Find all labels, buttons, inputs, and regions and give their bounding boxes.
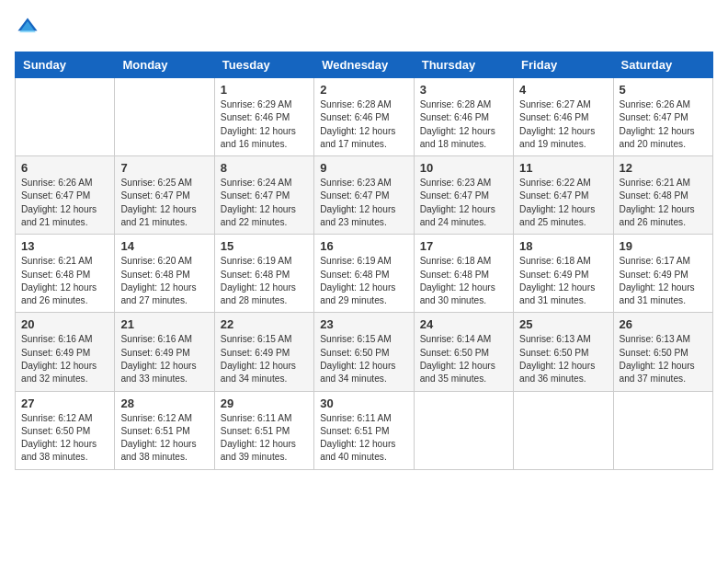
day-number: 18 (519, 239, 607, 253)
calendar-cell: 1Sunrise: 6:29 AM Sunset: 6:46 PM Daylig… (214, 78, 313, 156)
day-info: Sunrise: 6:16 AM Sunset: 6:49 PM Dayligh… (120, 333, 208, 385)
day-number: 16 (320, 239, 407, 253)
day-number: 8 (221, 161, 308, 175)
day-number: 9 (320, 161, 407, 175)
calendar-cell: 25Sunrise: 6:13 AM Sunset: 6:50 PM Dayli… (514, 313, 613, 391)
day-number: 4 (519, 83, 607, 97)
day-info: Sunrise: 6:15 AM Sunset: 6:50 PM Dayligh… (320, 333, 407, 385)
day-info: Sunrise: 6:29 AM Sunset: 6:46 PM Dayligh… (221, 98, 308, 151)
day-header-thursday: Thursday (414, 52, 513, 78)
day-info: Sunrise: 6:19 AM Sunset: 6:48 PM Dayligh… (221, 255, 308, 307)
day-info: Sunrise: 6:26 AM Sunset: 6:47 PM Dayligh… (620, 98, 707, 151)
day-number: 15 (221, 239, 308, 253)
day-number: 22 (221, 317, 308, 331)
day-info: Sunrise: 6:24 AM Sunset: 6:47 PM Dayligh… (221, 177, 308, 229)
day-info: Sunrise: 6:13 AM Sunset: 6:50 PM Dayligh… (620, 333, 707, 385)
day-info: Sunrise: 6:21 AM Sunset: 6:48 PM Dayligh… (21, 255, 108, 307)
calendar-cell: 28Sunrise: 6:12 AM Sunset: 6:51 PM Dayli… (115, 391, 214, 469)
day-number: 26 (620, 317, 707, 331)
calendar-cell: 14Sunrise: 6:20 AM Sunset: 6:48 PM Dayli… (115, 235, 214, 313)
day-header-friday: Friday (514, 52, 613, 78)
calendar-cell: 3Sunrise: 6:28 AM Sunset: 6:46 PM Daylig… (414, 78, 513, 156)
calendar-week-1: 1Sunrise: 6:29 AM Sunset: 6:46 PM Daylig… (16, 78, 713, 156)
day-info: Sunrise: 6:11 AM Sunset: 6:51 PM Dayligh… (221, 412, 308, 465)
logo-icon (15, 15, 40, 40)
day-number: 24 (420, 317, 507, 331)
day-info: Sunrise: 6:22 AM Sunset: 6:47 PM Dayligh… (519, 177, 607, 229)
calendar-cell: 5Sunrise: 6:26 AM Sunset: 6:47 PM Daylig… (613, 78, 712, 156)
day-info: Sunrise: 6:23 AM Sunset: 6:47 PM Dayligh… (420, 177, 507, 229)
day-info: Sunrise: 6:26 AM Sunset: 6:47 PM Dayligh… (21, 177, 108, 229)
calendar-cell: 8Sunrise: 6:24 AM Sunset: 6:47 PM Daylig… (214, 156, 313, 235)
day-info: Sunrise: 6:14 AM Sunset: 6:50 PM Dayligh… (420, 333, 507, 385)
day-number: 17 (420, 239, 507, 253)
day-number: 27 (21, 396, 108, 410)
calendar-cell: 21Sunrise: 6:16 AM Sunset: 6:49 PM Dayli… (115, 313, 214, 391)
day-info: Sunrise: 6:28 AM Sunset: 6:46 PM Dayligh… (420, 98, 507, 151)
day-number: 25 (519, 317, 607, 331)
calendar-cell: 18Sunrise: 6:18 AM Sunset: 6:49 PM Dayli… (514, 235, 613, 313)
day-info: Sunrise: 6:20 AM Sunset: 6:48 PM Dayligh… (120, 255, 208, 307)
day-number: 23 (320, 317, 407, 331)
calendar-cell: 10Sunrise: 6:23 AM Sunset: 6:47 PM Dayli… (414, 156, 513, 235)
day-info: Sunrise: 6:19 AM Sunset: 6:48 PM Dayligh… (320, 255, 407, 307)
day-info: Sunrise: 6:18 AM Sunset: 6:48 PM Dayligh… (420, 255, 507, 307)
calendar-cell (115, 78, 214, 156)
day-number: 19 (620, 239, 707, 253)
calendar-cell (514, 391, 613, 469)
day-number: 6 (21, 161, 108, 175)
calendar-table: SundayMondayTuesdayWednesdayThursdayFrid… (15, 52, 713, 470)
calendar-cell: 11Sunrise: 6:22 AM Sunset: 6:47 PM Dayli… (514, 156, 613, 235)
day-info: Sunrise: 6:17 AM Sunset: 6:49 PM Dayligh… (620, 255, 707, 307)
calendar-cell: 29Sunrise: 6:11 AM Sunset: 6:51 PM Dayli… (214, 391, 313, 469)
day-info: Sunrise: 6:18 AM Sunset: 6:49 PM Dayligh… (519, 255, 607, 307)
calendar-header-row: SundayMondayTuesdayWednesdayThursdayFrid… (16, 52, 713, 78)
day-info: Sunrise: 6:12 AM Sunset: 6:50 PM Dayligh… (21, 412, 108, 465)
calendar-week-4: 20Sunrise: 6:16 AM Sunset: 6:49 PM Dayli… (16, 313, 713, 391)
calendar-cell: 12Sunrise: 6:21 AM Sunset: 6:48 PM Dayli… (613, 156, 712, 235)
day-header-sunday: Sunday (16, 52, 115, 78)
day-number: 29 (221, 396, 308, 410)
day-info: Sunrise: 6:11 AM Sunset: 6:51 PM Dayligh… (320, 412, 407, 465)
logo (15, 15, 44, 40)
calendar-cell: 24Sunrise: 6:14 AM Sunset: 6:50 PM Dayli… (414, 313, 513, 391)
day-number: 20 (21, 317, 108, 331)
calendar-cell (414, 391, 513, 469)
calendar-cell: 23Sunrise: 6:15 AM Sunset: 6:50 PM Dayli… (314, 313, 414, 391)
day-number: 14 (120, 239, 208, 253)
calendar-cell: 9Sunrise: 6:23 AM Sunset: 6:47 PM Daylig… (314, 156, 414, 235)
day-number: 30 (320, 396, 407, 410)
day-number: 13 (21, 239, 108, 253)
day-number: 10 (420, 161, 507, 175)
day-header-saturday: Saturday (613, 52, 712, 78)
calendar-cell: 20Sunrise: 6:16 AM Sunset: 6:49 PM Dayli… (16, 313, 115, 391)
day-header-wednesday: Wednesday (314, 52, 414, 78)
calendar-cell: 6Sunrise: 6:26 AM Sunset: 6:47 PM Daylig… (16, 156, 115, 235)
calendar-week-2: 6Sunrise: 6:26 AM Sunset: 6:47 PM Daylig… (16, 156, 713, 235)
day-number: 12 (620, 161, 707, 175)
day-number: 3 (420, 83, 507, 97)
day-header-tuesday: Tuesday (214, 52, 313, 78)
day-header-monday: Monday (115, 52, 214, 78)
calendar-cell (613, 391, 712, 469)
day-info: Sunrise: 6:27 AM Sunset: 6:46 PM Dayligh… (519, 98, 607, 151)
calendar-cell: 15Sunrise: 6:19 AM Sunset: 6:48 PM Dayli… (214, 235, 313, 313)
calendar-week-5: 27Sunrise: 6:12 AM Sunset: 6:50 PM Dayli… (16, 391, 713, 469)
day-number: 7 (120, 161, 208, 175)
calendar-cell (16, 78, 115, 156)
calendar-cell: 7Sunrise: 6:25 AM Sunset: 6:47 PM Daylig… (115, 156, 214, 235)
day-info: Sunrise: 6:25 AM Sunset: 6:47 PM Dayligh… (120, 177, 208, 229)
day-number: 1 (221, 83, 308, 97)
calendar-cell: 2Sunrise: 6:28 AM Sunset: 6:46 PM Daylig… (314, 78, 414, 156)
day-info: Sunrise: 6:28 AM Sunset: 6:46 PM Dayligh… (320, 98, 407, 151)
calendar-cell: 27Sunrise: 6:12 AM Sunset: 6:50 PM Dayli… (16, 391, 115, 469)
calendar-cell: 16Sunrise: 6:19 AM Sunset: 6:48 PM Dayli… (314, 235, 414, 313)
day-number: 21 (120, 317, 208, 331)
calendar-cell: 13Sunrise: 6:21 AM Sunset: 6:48 PM Dayli… (16, 235, 115, 313)
calendar-cell: 26Sunrise: 6:13 AM Sunset: 6:50 PM Dayli… (613, 313, 712, 391)
calendar-cell: 4Sunrise: 6:27 AM Sunset: 6:46 PM Daylig… (514, 78, 613, 156)
day-info: Sunrise: 6:21 AM Sunset: 6:48 PM Dayligh… (620, 177, 707, 229)
day-number: 5 (620, 83, 707, 97)
day-info: Sunrise: 6:13 AM Sunset: 6:50 PM Dayligh… (519, 333, 607, 385)
calendar-week-3: 13Sunrise: 6:21 AM Sunset: 6:48 PM Dayli… (16, 235, 713, 313)
